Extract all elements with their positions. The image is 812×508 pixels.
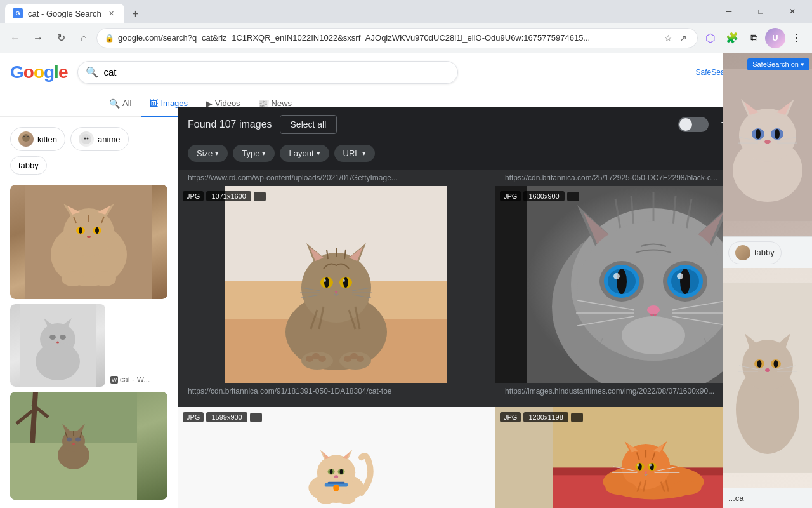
- search-input[interactable]: [103, 67, 450, 77]
- svg-point-180: [775, 129, 780, 139]
- overlay-image-cell-3[interactable]: JPG 1599x900 –: [178, 407, 495, 508]
- img1-format: JPG: [183, 191, 204, 201]
- address-text: google.com/search?q=cat&rlz=1C1RXQR_enIN…: [118, 33, 658, 43]
- svg-point-84: [318, 356, 326, 362]
- tab-close-button[interactable]: ✕: [107, 8, 117, 18]
- img1-badge: JPG 1071x1600 –: [183, 191, 266, 201]
- logo-g: G: [10, 62, 23, 82]
- svg-point-179: [756, 129, 761, 139]
- toggle-switch[interactable]: [678, 117, 709, 132]
- google-logo: Google: [10, 62, 67, 83]
- left-image-item-3[interactable]: [10, 392, 167, 500]
- google-page: Google 🔍 SafeSearch on U 🔍 All 🖼: [0, 53, 812, 508]
- svg-point-87: [357, 356, 364, 362]
- img2-size: 1600x900: [523, 191, 564, 201]
- chip-tabby[interactable]: tabby: [10, 156, 47, 175]
- close-button[interactable]: ✕: [778, 0, 807, 23]
- svg-point-109: [680, 269, 690, 294]
- select-all-button[interactable]: Select all: [280, 117, 337, 134]
- size-filter-button[interactable]: Size ▾: [188, 145, 228, 162]
- right-partial-2[interactable]: [723, 268, 812, 488]
- svg-point-2: [27, 136, 29, 137]
- split-view-icon[interactable]: ⧉: [743, 28, 764, 48]
- logo-g2: g: [44, 62, 54, 82]
- puzzle-icon[interactable]: 🧩: [722, 28, 742, 48]
- google-header: Google 🔍 SafeSearch on U: [0, 53, 812, 91]
- home-button[interactable]: ⌂: [74, 28, 94, 48]
- layout-filter-button[interactable]: Layout ▾: [280, 145, 329, 162]
- bookmark-star-icon[interactable]: ☆: [662, 32, 674, 44]
- right-partial-1[interactable]: SafeSearch on ▾: [723, 53, 812, 236]
- svg-point-3: [81, 134, 91, 144]
- back-button[interactable]: ←: [5, 28, 25, 48]
- address-bar[interactable]: 🔒 google.com/search?q=cat&rlz=1C1RXQR_en…: [96, 28, 698, 48]
- type-filter-label: Type: [242, 149, 259, 158]
- share-icon[interactable]: ↗: [677, 32, 690, 44]
- related-chips: kitten anime tabby: [10, 127, 167, 175]
- img4-size: 1200x1198: [523, 412, 568, 422]
- forward-button[interactable]: →: [28, 28, 48, 48]
- svg-point-193: [757, 360, 762, 368]
- svg-point-4: [84, 138, 86, 140]
- url-bar-left-2: [178, 399, 495, 407]
- tab-title: cat - Google Search: [28, 9, 102, 18]
- minimize-button[interactable]: ─: [714, 0, 743, 23]
- new-tab-button[interactable]: +: [127, 5, 145, 23]
- tab-bar: G cat - Google Search ✕ +: [5, 0, 714, 23]
- overlay-toolbar: Found 107 images Select all Tools: [178, 117, 812, 142]
- svg-point-16: [95, 227, 99, 234]
- left-image-item-2[interactable]: W cat - W...: [10, 304, 167, 387]
- right-partial-area: SafeSearch on ▾ tabby: [723, 53, 812, 508]
- right-ca-label: ...ca: [723, 488, 812, 508]
- img3-minus-button[interactable]: –: [250, 413, 262, 422]
- img1-minus-button[interactable]: –: [254, 192, 266, 201]
- layout-chevron-icon: ▾: [317, 149, 320, 157]
- svg-rect-137: [327, 482, 344, 484]
- right-cat-2-svg: [723, 268, 812, 488]
- toggle-knob: [679, 118, 692, 131]
- img4-minus-button[interactable]: –: [571, 413, 583, 422]
- search-bar[interactable]: 🔍: [77, 61, 458, 84]
- reload-button[interactable]: ↻: [51, 28, 71, 48]
- overlay-image-grid-row1: JPG 1071x1600 –: [178, 186, 812, 383]
- svg-point-140: [337, 494, 356, 504]
- profile-icon[interactable]: U: [765, 28, 785, 48]
- tabby-chip-label: tabby: [754, 248, 775, 257]
- svg-point-40: [67, 438, 72, 442]
- svg-point-138: [333, 485, 339, 491]
- tab-all-label: All: [122, 98, 131, 108]
- left-sidebar: kitten anime tabby: [0, 117, 178, 508]
- type-filter-button[interactable]: Type ▾: [233, 145, 275, 162]
- url-chevron-icon: ▾: [362, 149, 366, 157]
- img2-minus-button[interactable]: –: [567, 192, 579, 201]
- tabby-chip-img: [735, 245, 750, 260]
- svg-point-17: [87, 236, 91, 238]
- extensions-icon[interactable]: ⬡: [700, 28, 721, 48]
- svg-point-165: [671, 481, 702, 495]
- safesearch-badge: SafeSearch on ▾: [747, 58, 809, 70]
- svg-point-111: [677, 273, 683, 279]
- svg-point-55: [301, 253, 371, 323]
- left-image-item-1[interactable]: National Geographic National Geographic …: [10, 185, 167, 299]
- overlay-image-cell-1[interactable]: JPG 1071x1600 –: [178, 186, 495, 383]
- tab-all[interactable]: 🔍 All: [102, 91, 139, 117]
- menu-button[interactable]: ⋮: [787, 28, 807, 48]
- svg-point-21: [62, 271, 84, 286]
- url-filter-button[interactable]: URL ▾: [334, 145, 375, 162]
- svg-point-121: [622, 316, 685, 354]
- svg-point-135: [334, 475, 338, 478]
- chip-anime-label: anime: [98, 135, 120, 144]
- svg-point-65: [324, 277, 329, 288]
- nav-right-area: ⬡ 🧩 ⧉ U ⋮: [700, 28, 807, 48]
- svg-line-33: [32, 392, 36, 443]
- url-filter-label: URL: [343, 149, 360, 158]
- active-tab[interactable]: G cat - Google Search ✕: [5, 4, 124, 23]
- svg-point-134: [340, 469, 343, 474]
- svg-point-158: [649, 464, 652, 466]
- chip-anime[interactable]: anime: [70, 127, 128, 151]
- chip-kitten[interactable]: kitten: [10, 127, 65, 151]
- browser-chrome: G cat - Google Search ✕ + ─ □ ✕ ← → ↻ ⌂ …: [0, 0, 812, 53]
- right-tabby-chip[interactable]: tabby: [723, 236, 812, 268]
- found-text: Found 107 images: [188, 119, 272, 130]
- maximize-button[interactable]: □: [746, 0, 775, 23]
